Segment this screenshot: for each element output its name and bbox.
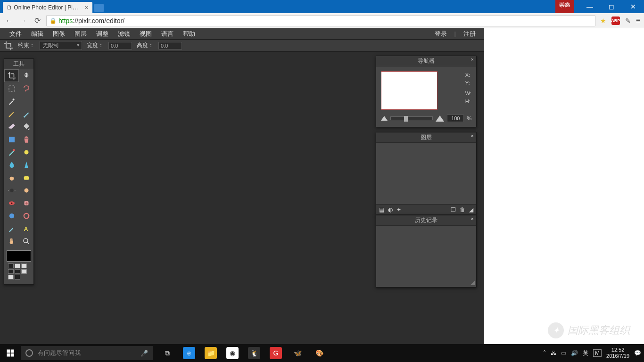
brush-tool[interactable] [19, 107, 33, 120]
start-button[interactable] [0, 344, 21, 362]
tray-ime2[interactable]: M [593, 349, 602, 357]
layers-list[interactable] [376, 143, 476, 204]
eraser-tool[interactable] [4, 120, 19, 133]
login-link[interactable]: 登录 [431, 30, 451, 38]
gradient-tool[interactable] [4, 133, 19, 146]
zoom-slider[interactable] [390, 116, 433, 120]
zoom-in-icon[interactable] [436, 115, 444, 122]
type-tool[interactable]: A [19, 222, 33, 235]
colorpicker-tool[interactable] [4, 222, 19, 235]
mini-swatch[interactable] [8, 269, 14, 274]
history-title[interactable]: 历史记录 [415, 217, 438, 223]
wand-tool[interactable] [4, 95, 19, 107]
layers-title[interactable]: 图层 [421, 134, 432, 140]
mini-swatch[interactable] [8, 263, 14, 268]
hand-tool[interactable] [4, 235, 19, 247]
browser-tab[interactable]: 🗋 Online Photo Editor | Pi… × [3, 2, 92, 13]
cortana-search[interactable]: 有问题尽管问我 🎤 [21, 346, 153, 360]
lasso-tool[interactable] [19, 82, 33, 95]
spot-heal-tool[interactable] [19, 197, 33, 209]
zoom-out-icon[interactable] [381, 116, 388, 121]
address-bar[interactable]: 🔒 https://pixlr.com/editor/ [46, 15, 595, 26]
blur-tool[interactable] [4, 158, 19, 171]
layers-resize-grip-icon[interactable]: ◢ [469, 206, 473, 213]
app-icon[interactable]: 🦋 [287, 344, 308, 362]
close-icon[interactable]: × [471, 216, 474, 222]
smudge-tool[interactable] [4, 171, 19, 184]
sharpen-tool[interactable] [19, 158, 33, 171]
window-close-button[interactable]: ✕ [622, 0, 644, 13]
menu-image[interactable]: 图像 [48, 30, 70, 38]
pinch-tool[interactable] [19, 209, 33, 222]
tray-ime[interactable]: 英 [583, 349, 588, 357]
close-icon[interactable]: × [471, 57, 474, 62]
tray-clock[interactable]: 12:52 2016/7/19 [606, 347, 629, 359]
dodge-tool[interactable] [4, 184, 19, 197]
history-list[interactable]: ◢ [376, 226, 476, 287]
mic-icon[interactable]: 🎤 [140, 350, 148, 357]
drawing-tool[interactable] [19, 146, 33, 158]
register-link[interactable]: 注册 [460, 30, 479, 38]
tray-notifications-icon[interactable]: 💬 [634, 350, 641, 356]
qq-app-icon[interactable]: 🐧 [243, 344, 265, 362]
marquee-tool[interactable] [4, 82, 19, 95]
paint-app-icon[interactable]: 🎨 [308, 344, 330, 362]
crop-tool[interactable] [4, 69, 19, 82]
mini-swatch[interactable] [15, 275, 20, 280]
sponge-tool[interactable] [19, 171, 33, 184]
menu-layer[interactable]: 图层 [70, 30, 91, 38]
clone-stamp-tool[interactable] [19, 133, 33, 146]
height-input[interactable]: 0.0 [158, 42, 182, 49]
navigator-title[interactable]: 导航器 [418, 58, 435, 64]
menu-file[interactable]: 文件 [5, 30, 26, 38]
red-eye-tool[interactable] [4, 197, 19, 209]
user-badge[interactable]: 崇鑫 [555, 0, 574, 13]
delete-layer-icon[interactable]: 🗑 [460, 206, 465, 213]
mini-swatch[interactable] [21, 263, 27, 268]
mini-swatch[interactable] [8, 275, 14, 280]
tray-battery-icon[interactable]: ▭ [561, 350, 566, 356]
layer-settings-icon[interactable]: ▤ [379, 206, 384, 213]
reload-button[interactable]: ⟳ [32, 16, 42, 25]
zoom-tool[interactable] [19, 235, 33, 247]
foreground-color-swatch[interactable] [7, 250, 31, 262]
new-tab-button[interactable] [94, 4, 104, 12]
mini-swatch[interactable] [15, 269, 20, 274]
tray-chevron-icon[interactable]: ˄ [543, 350, 546, 356]
tab-close-icon[interactable]: × [85, 4, 89, 11]
zoom-value[interactable]: 100 [447, 115, 464, 122]
abp-extension-icon[interactable]: ABP [611, 16, 620, 25]
burn-tool[interactable] [19, 184, 33, 197]
color-replace-tool[interactable] [4, 146, 19, 158]
move-tool[interactable] [19, 69, 33, 82]
mini-swatch[interactable] [15, 263, 20, 268]
back-button[interactable]: ← [4, 16, 14, 25]
edge-app-icon[interactable]: e [178, 344, 200, 362]
netease-app-icon[interactable]: G [265, 344, 287, 362]
evernote-extension-icon[interactable]: ✎ [624, 16, 632, 25]
menu-language[interactable]: 语言 [157, 30, 178, 38]
mini-swatch[interactable] [21, 269, 27, 274]
maximize-button[interactable]: ◻ [601, 0, 622, 13]
tray-volume-icon[interactable]: 🔊 [571, 350, 578, 356]
chrome-app-icon[interactable]: ◉ [222, 344, 243, 362]
menu-view[interactable]: 视图 [135, 30, 157, 38]
close-icon[interactable]: × [471, 133, 474, 139]
menu-adjust[interactable]: 调整 [91, 30, 113, 38]
history-resize-grip-icon[interactable]: ◢ [471, 279, 475, 286]
new-layer-icon[interactable]: ❐ [451, 206, 456, 213]
bookmark-star-icon[interactable]: ★ [599, 16, 608, 25]
constrain-select[interactable]: 无限制 [40, 41, 82, 50]
chrome-menu-icon[interactable]: ≡ [636, 16, 640, 25]
menu-help[interactable]: 帮助 [178, 30, 200, 38]
tray-network-icon[interactable]: 🖧 [551, 350, 556, 356]
pencil-tool[interactable] [4, 107, 19, 120]
forward-button[interactable]: → [18, 16, 28, 25]
navigator-thumbnail[interactable] [381, 71, 438, 110]
minimize-button[interactable]: — [579, 0, 601, 13]
layer-mask-icon[interactable]: ◐ [388, 206, 393, 213]
menu-edit[interactable]: 编辑 [26, 30, 48, 38]
width-input[interactable]: 0.0 [108, 42, 132, 49]
task-view-button[interactable]: ⧉ [157, 344, 178, 362]
menu-filter[interactable]: 滤镜 [113, 30, 135, 38]
